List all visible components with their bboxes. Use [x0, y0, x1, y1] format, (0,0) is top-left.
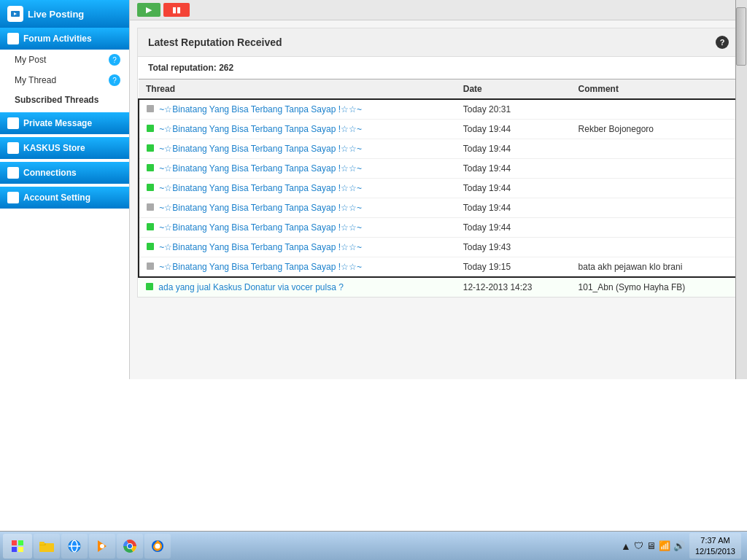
- table-body-extra: ada yang jual Kaskus Donatur via vocer p…: [139, 277, 738, 297]
- col-comment: Comment: [571, 79, 738, 100]
- date-cell: Today 19:44: [456, 159, 571, 179]
- account-setting-icon: [7, 192, 19, 203]
- thread-cell: ~☆Binatang Yang Bisa Terbang Tanpa Sayap…: [139, 139, 456, 159]
- live-posting-icon: [7, 6, 23, 22]
- col-date: Date: [456, 79, 571, 100]
- date-cell: Today 19:44: [456, 198, 571, 218]
- subscribed-threads-label: Subscribed Threads: [15, 95, 98, 105]
- date-cell: Today 19:15: [456, 257, 571, 278]
- thread-cell: ~☆Binatang Yang Bisa Terbang Tanpa Sayap…: [139, 257, 456, 278]
- table-row: ~☆Binatang Yang Bisa Terbang Tanpa Sayap…: [139, 198, 738, 218]
- kaskus-store-label: KASKUS Store: [23, 143, 85, 153]
- table-row: ada yang jual Kaskus Donatur via vocer p…: [139, 277, 738, 297]
- total-reputation: Total reputation: 262: [138, 57, 739, 79]
- sidebar-account-setting[interactable]: Account Setting: [0, 187, 129, 209]
- date-cell: Today 19:44: [456, 179, 571, 198]
- kaskus-store-icon: [7, 142, 19, 154]
- thread-cell: ~☆Binatang Yang Bisa Terbang Tanpa Sayap…: [139, 120, 456, 139]
- scrollbar-thumb[interactable]: [736, 7, 746, 66]
- connections-icon: [7, 167, 19, 179]
- sidebar-live-posting[interactable]: Live Posting: [0, 0, 129, 28]
- sidebar: Live Posting Forum Activities My Post ? …: [0, 0, 130, 379]
- live-posting-label: Live Posting: [28, 9, 84, 20]
- reputation-section: Latest Reputation Received ? Total reput…: [137, 28, 740, 298]
- top-strip: ▶ ▮▮: [130, 0, 747, 20]
- table-row: ~☆Binatang Yang Bisa Terbang Tanpa Sayap…: [139, 99, 738, 120]
- total-rep-value: 262: [219, 63, 233, 73]
- comment-cell: Rekber Bojonegoro: [571, 120, 738, 139]
- thread-link[interactable]: ~☆Binatang Yang Bisa Terbang Tanpa Sayap…: [159, 144, 362, 154]
- comment-cell: [571, 99, 738, 120]
- sidebar-item-subscribed-threads[interactable]: Subscribed Threads: [0, 90, 129, 109]
- thread-link[interactable]: ~☆Binatang Yang Bisa Terbang Tanpa Sayap…: [159, 124, 362, 134]
- reputation-table: Thread Date Comment ~☆Binatang Yang Bisa…: [138, 79, 739, 297]
- table-body-grouped: ~☆Binatang Yang Bisa Terbang Tanpa Sayap…: [139, 99, 738, 277]
- status-dot: [147, 144, 154, 152]
- thread-cell: ~☆Binatang Yang Bisa Terbang Tanpa Sayap…: [139, 99, 456, 120]
- status-dot: [147, 125, 154, 132]
- col-thread: Thread: [139, 79, 456, 100]
- thread-link[interactable]: ~☆Binatang Yang Bisa Terbang Tanpa Sayap…: [159, 242, 362, 252]
- date-cell: Today 19:44: [456, 120, 571, 139]
- table-row: ~☆Binatang Yang Bisa Terbang Tanpa Sayap…: [139, 159, 738, 179]
- thread-link[interactable]: ~☆Binatang Yang Bisa Terbang Tanpa Sayap…: [159, 203, 362, 213]
- table-row: ~☆Binatang Yang Bisa Terbang Tanpa Sayap…: [139, 120, 738, 139]
- thread-link[interactable]: ~☆Binatang Yang Bisa Terbang Tanpa Sayap…: [159, 104, 362, 114]
- sidebar-forum-activities[interactable]: Forum Activities: [0, 28, 129, 50]
- thread-link[interactable]: ~☆Binatang Yang Bisa Terbang Tanpa Sayap…: [159, 183, 362, 193]
- status-dot: [147, 184, 154, 191]
- account-setting-label: Account Setting: [23, 192, 90, 203]
- my-thread-badge: ?: [109, 74, 120, 86]
- thread-cell: ~☆Binatang Yang Bisa Terbang Tanpa Sayap…: [139, 179, 456, 198]
- status-dot: [147, 105, 154, 112]
- thread-link[interactable]: ~☆Binatang Yang Bisa Terbang Tanpa Sayap…: [159, 262, 362, 272]
- status-dot: [147, 223, 154, 230]
- status-dot: [147, 243, 154, 250]
- my-post-label: My Post: [15, 55, 46, 65]
- table-row: ~☆Binatang Yang Bisa Terbang Tanpa Sayap…: [139, 257, 738, 278]
- forum-activities-icon: [7, 33, 19, 44]
- nav-button-1[interactable]: ▶: [137, 3, 160, 17]
- date-cell: Today 20:31: [456, 99, 571, 120]
- thread-link[interactable]: ada yang jual Kaskus Donatur via vocer p…: [158, 282, 343, 292]
- private-message-icon: [7, 117, 19, 129]
- connections-label: Connections: [23, 168, 77, 178]
- comment-cell: [571, 159, 738, 179]
- date-cell: Today 19:44: [456, 139, 571, 159]
- comment-cell: bata akh pejawan klo brani: [571, 257, 738, 278]
- forum-activities-label: Forum Activities: [23, 34, 92, 44]
- status-dot: [146, 283, 153, 290]
- scrollbar[interactable]: [735, 0, 747, 379]
- section-header: Latest Reputation Received ?: [138, 28, 739, 57]
- thread-cell: ada yang jual Kaskus Donatur via vocer p…: [139, 277, 456, 297]
- table-row: ~☆Binatang Yang Bisa Terbang Tanpa Sayap…: [139, 218, 738, 238]
- nav-button-2[interactable]: ▮▮: [163, 3, 190, 17]
- help-icon[interactable]: ?: [716, 36, 729, 49]
- thread-link[interactable]: ~☆Binatang Yang Bisa Terbang Tanpa Sayap…: [159, 163, 362, 174]
- comment-cell: [571, 179, 738, 198]
- thread-link[interactable]: ~☆Binatang Yang Bisa Terbang Tanpa Sayap…: [159, 222, 362, 233]
- comment-cell: [571, 218, 738, 238]
- sidebar-item-my-post[interactable]: My Post ?: [0, 50, 129, 70]
- my-thread-label: My Thread: [15, 75, 56, 85]
- sidebar-item-my-thread[interactable]: My Thread ?: [0, 70, 129, 90]
- comment-cell: [571, 238, 738, 257]
- thread-cell: ~☆Binatang Yang Bisa Terbang Tanpa Sayap…: [139, 238, 456, 257]
- table-header: Thread Date Comment: [139, 79, 738, 100]
- sidebar-connections[interactable]: Connections: [0, 162, 129, 184]
- table-row: ~☆Binatang Yang Bisa Terbang Tanpa Sayap…: [139, 238, 738, 257]
- status-dot: [147, 164, 154, 171]
- sidebar-private-message[interactable]: Private Message: [0, 112, 129, 134]
- thread-cell: ~☆Binatang Yang Bisa Terbang Tanpa Sayap…: [139, 218, 456, 238]
- comment-cell: [571, 139, 738, 159]
- my-post-badge: ?: [109, 54, 120, 66]
- comment-cell: [571, 198, 738, 218]
- date-cell: 12-12-2013 14:23: [456, 277, 571, 297]
- date-cell: Today 19:43: [456, 238, 571, 257]
- comment-cell: 101_Abn (Symo Hayha FB): [571, 277, 738, 297]
- thread-cell: ~☆Binatang Yang Bisa Terbang Tanpa Sayap…: [139, 159, 456, 179]
- sidebar-kaskus-store[interactable]: KASKUS Store: [0, 137, 129, 159]
- table-row: ~☆Binatang Yang Bisa Terbang Tanpa Sayap…: [139, 139, 738, 159]
- table-row: ~☆Binatang Yang Bisa Terbang Tanpa Sayap…: [139, 179, 738, 198]
- section-title: Latest Reputation Received: [148, 36, 282, 48]
